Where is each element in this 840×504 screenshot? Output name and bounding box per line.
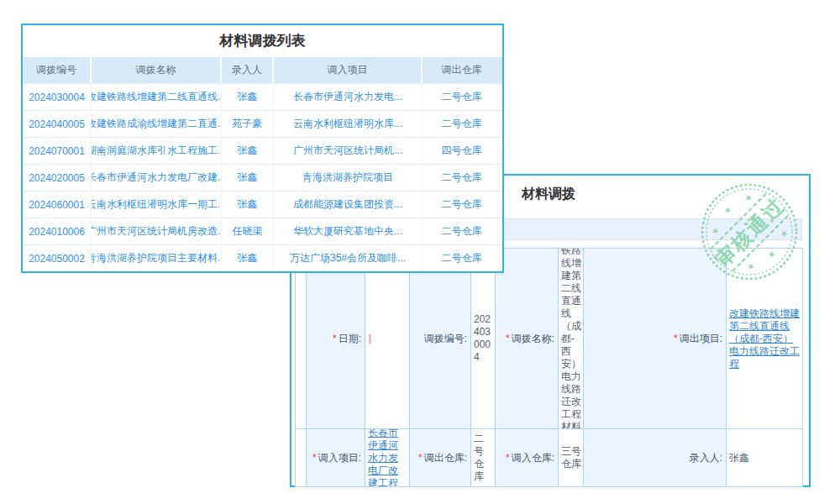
date-input-caret xyxy=(369,334,371,344)
column-header-code: 调拨编号 xyxy=(23,57,92,83)
transfer-code-label: 调拨编号: xyxy=(410,249,471,429)
column-header-recorder: 录入人 xyxy=(222,57,274,83)
spacer-cell xyxy=(296,429,307,487)
out-warehouse-value: 二号仓库 xyxy=(471,429,496,487)
table-row[interactable]: 2024010006 广州市天河区统计局机房改造... 任晓渠 华软大厦研究基地… xyxy=(23,218,502,244)
in-warehouse-label: * 调入仓库: xyxy=(496,429,559,487)
column-header-project: 调入项目 xyxy=(274,57,423,83)
form-table: * 日期: 调拨编号: 2024030004 * 调拨名称: 改建铁路线增建第二… xyxy=(295,248,803,487)
required-icon: * xyxy=(506,452,510,465)
out-project-value-cell: 改建铁路线增建第二线直通线（成都-西安）电力线路迁改工程 xyxy=(727,249,803,429)
table-row[interactable]: 2024020005 长春市伊通河水力发电厂改建... 张鑫 青海洪湖养护院项目… xyxy=(23,164,502,191)
required-icon: * xyxy=(418,452,423,465)
material-transfer-list-panel: 材料调拨列表 调拨编号 调拨名称 录入人 调入项目 调出仓库 202403000… xyxy=(21,24,504,273)
star-icon: ★ xyxy=(722,204,733,216)
transfer-name-label: * 调拨名称: xyxy=(496,249,559,429)
recorder-label: 录入人: xyxy=(584,429,727,487)
date-label: * 日期: xyxy=(307,249,365,429)
column-header-warehouse: 调出仓库 xyxy=(423,57,501,83)
date-value-cell[interactable] xyxy=(365,249,410,429)
list-title: 材料调拨列表 xyxy=(23,25,502,57)
table-row[interactable]: 2024040005 改建铁路成渝线增建第二直通... 苑子豪 云南水利枢纽潜明… xyxy=(23,110,502,137)
transfer-name-value: 改建铁路线增建第二线直通线（成都-西安）电力线路迁改工程材料调拨 xyxy=(559,249,584,429)
out-warehouse-label: * 调出仓库: xyxy=(410,429,471,487)
recorder-value: 张鑫 xyxy=(727,429,803,487)
in-warehouse-value: 三号仓库 xyxy=(559,429,584,487)
table-row[interactable]: 2024060001 云南水利枢纽潜明水库一期工... 张鑫 成都能源建设集团投… xyxy=(23,191,502,218)
in-project-value-cell: 长春市伊通河水力发电厂改建工程 xyxy=(365,429,410,487)
in-project-link[interactable]: 长春市伊通河水力发电厂改建工程 xyxy=(368,429,407,487)
out-project-link[interactable]: 改建铁路线增建第二线直通线（成都-西安）电力线路迁改工程 xyxy=(729,307,801,370)
table-row[interactable]: 2024070001 湖南洞庭湖水库引水工程施工... 张鑫 广州市天河区统计局… xyxy=(23,137,502,164)
in-project-label: * 调入项目: xyxy=(307,429,365,487)
spacer-cell xyxy=(296,249,307,429)
required-icon: * xyxy=(333,333,337,345)
column-header-name: 调拨名称 xyxy=(92,57,222,83)
list-header-row: 调拨编号 调拨名称 录入人 调入项目 调出仓库 xyxy=(23,57,502,83)
table-row[interactable]: 2024030004 改建铁路线增建第二线直通线... 张鑫 长春市伊通河水力发… xyxy=(23,83,502,110)
table-row[interactable]: 2024050002 青海洪湖养护院项目主要材料... 张鑫 万达广场35#会所… xyxy=(23,244,502,271)
required-icon: * xyxy=(312,452,317,465)
out-project-label: * 调出项目: xyxy=(584,249,727,429)
required-icon: * xyxy=(506,333,510,345)
required-icon: * xyxy=(674,333,678,345)
transfer-code-value: 2024030004 xyxy=(471,249,496,429)
